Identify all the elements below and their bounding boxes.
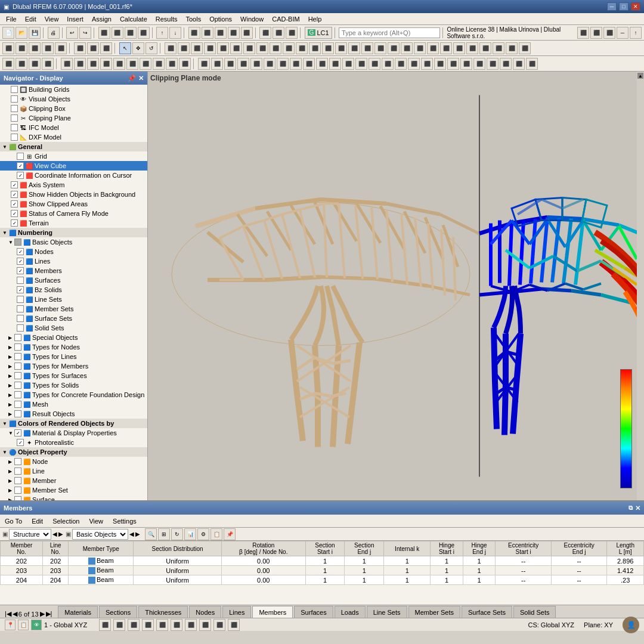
t2-btn16[interactable]: ⬛ [256, 42, 268, 54]
t2-btn7[interactable]: ⬛ [87, 42, 99, 54]
tb1-right5[interactable]: ↑ [630, 27, 642, 39]
t3-btn21[interactable]: ⬛ [277, 58, 289, 70]
t3-btn16[interactable]: ⬛ [211, 58, 223, 70]
tab-loads[interactable]: Loads [335, 606, 366, 618]
t3-btn4[interactable]: ⬛ [42, 58, 54, 70]
tb1-right2[interactable]: ⬛ [590, 27, 602, 39]
tab-line-sets[interactable]: Line Sets [367, 606, 407, 618]
menu-assign[interactable]: Assign [88, 15, 115, 23]
t3-btn8[interactable]: ⬛ [100, 58, 112, 70]
st-btn10[interactable]: ⬛ [228, 619, 240, 631]
print-btn[interactable]: 🖨 [48, 27, 60, 39]
t3-btn20[interactable]: ⬛ [264, 58, 275, 70]
tb1-btn14[interactable]: ⬛ [259, 27, 271, 39]
tb1-btn9[interactable]: ⬛ [188, 27, 200, 39]
tab-surface-sets[interactable]: Surface Sets [462, 606, 512, 618]
t2-btn21[interactable]: ⬛ [322, 42, 334, 54]
t2-btn28[interactable]: ⬛ [414, 42, 426, 54]
nav-surface-sets[interactable]: 🟦 Surface Sets [0, 314, 147, 323]
menu-help[interactable]: Help [305, 15, 326, 23]
nav-material-display[interactable]: ▼ 🟦 Material & Display Properties [0, 428, 147, 438]
members-header-controls[interactable]: ⧉ ✕ [628, 504, 640, 512]
edit-menu[interactable]: Edit [29, 516, 45, 526]
t3-btn12[interactable]: ⬛ [153, 58, 165, 70]
nav-node-prop[interactable]: ▶ 🟧 Node [0, 457, 147, 466]
t3-btn14[interactable]: ⬛ [179, 58, 191, 70]
status-snap-btn[interactable]: 📍 [5, 620, 16, 630]
t2-btn8[interactable]: ⬛ [100, 42, 112, 54]
nav-photorealistic[interactable]: ✦ Photorealistic [0, 438, 147, 447]
nav-bz-solids[interactable]: 🟦 Bz Solids [0, 285, 147, 295]
t2-btn6[interactable]: ⬛ [74, 42, 86, 54]
t2-btn9[interactable]: ⬛ [165, 42, 177, 54]
tb1-btn6[interactable]: ⬛ [138, 27, 150, 39]
nav-nodes[interactable]: 🟦 Nodes [0, 247, 147, 256]
menu-calculate[interactable]: Calculate [116, 15, 151, 23]
t3-btn31[interactable]: ⬛ [408, 58, 420, 70]
tb1-btn11[interactable]: ⬛ [215, 27, 227, 39]
nav-clipping-box[interactable]: 📦 Clipping Box [0, 104, 147, 113]
t3-btn7[interactable]: ⬛ [87, 58, 99, 70]
nav-line-prop-check[interactable] [14, 467, 21, 475]
t3-btn35[interactable]: ⬛ [460, 58, 472, 70]
nav-types-solids[interactable]: ▶ 🟦 Types for Solids [0, 380, 147, 390]
t3-btn26[interactable]: ⬛ [342, 58, 354, 70]
nav-member-set-prop[interactable]: ▶ 🟧 Member Set [0, 485, 147, 495]
nav-header-controls[interactable]: 📌 ✕ [128, 75, 144, 82]
tab-surfaces[interactable]: Surfaces [294, 606, 333, 618]
nav-coord-check[interactable] [17, 172, 24, 179]
nav-building-grids-check[interactable] [11, 86, 18, 93]
tb1-btn7[interactable]: ↑ [156, 27, 168, 39]
page-next-btn[interactable]: ▶ [40, 610, 45, 618]
t2-btn20[interactable]: ⬛ [309, 42, 321, 54]
t3-btn23[interactable]: ⬛ [303, 58, 315, 70]
nav-mesh-check[interactable] [14, 401, 21, 408]
nav-surface-prop-check[interactable] [14, 496, 21, 500]
nav-building-grids[interactable]: 🔲 Building Grids [0, 85, 147, 94]
nav-visual-objects-check[interactable] [11, 95, 18, 103]
t3-btn28[interactable]: ⬛ [369, 58, 380, 70]
nav-types-concrete[interactable]: ▶ 🟦 Types for Concrete Foundation Design [0, 390, 147, 400]
nav-solid-sets[interactable]: 🟦 Solid Sets [0, 323, 147, 333]
nav-line-sets-check[interactable] [17, 296, 24, 303]
nav-photo-check[interactable] [17, 439, 24, 446]
t2-btn31[interactable]: ⬛ [453, 42, 465, 54]
t3-btn40[interactable]: ⬛ [526, 58, 538, 70]
nav-result-objects[interactable]: ▶ 🟦 Result Objects [0, 409, 147, 419]
nav-camera-fly[interactable]: 🟥 Status of Camera Fly Mode [0, 209, 147, 218]
nav-types-members-check[interactable] [14, 363, 21, 370]
t3-btn19[interactable]: ⬛ [250, 58, 262, 70]
tab-solid-sets[interactable]: Solid Sets [513, 606, 556, 618]
nav-camera-check[interactable] [11, 210, 18, 217]
col-member-type[interactable]: Member Type [69, 541, 134, 556]
tab-nodes[interactable]: Nodes [189, 606, 221, 618]
t2-btn5[interactable]: ⬛ [55, 42, 67, 54]
table-settings-btn[interactable]: ⚙ [197, 528, 209, 540]
menu-tools[interactable]: Tools [182, 15, 205, 23]
selection-menu[interactable]: Selection [50, 516, 82, 526]
st-btn1[interactable]: ⬛ [99, 619, 111, 631]
t3-btn5[interactable]: ⬛ [61, 58, 73, 70]
nav-material-check[interactable] [14, 429, 21, 436]
col-rotation[interactable]: Rotationβ [deg] / Node No. [222, 541, 305, 556]
status-vis-btn[interactable]: 👁 [31, 620, 42, 630]
st-btn4[interactable]: ⬛ [142, 619, 154, 631]
nav-dxf-check[interactable] [11, 134, 18, 141]
tb1-btn15[interactable]: ⬛ [273, 27, 284, 39]
page-last-btn[interactable]: ▶| [46, 610, 52, 618]
table-search-btn[interactable]: 🔍 [145, 528, 157, 540]
nav-view-cube[interactable]: 🟥 View Cube [0, 161, 147, 171]
tb1-btn8[interactable]: ↓ [169, 27, 181, 39]
col-section-start[interactable]: SectionStart i [305, 541, 345, 556]
t2-btn36[interactable]: ⬛ [519, 42, 531, 54]
col-internal-k[interactable]: Internal k [384, 541, 431, 556]
t3-btn29[interactable]: ⬛ [382, 58, 394, 70]
menu-results[interactable]: Results [152, 15, 181, 23]
goto-menu[interactable]: Go To [2, 516, 24, 526]
t2-btn10[interactable]: ⬛ [178, 42, 190, 54]
nav-ifc-check[interactable] [11, 124, 18, 131]
nav-line-prop[interactable]: ▶ 🟧 Line [0, 466, 147, 476]
t2-btn29[interactable]: ⬛ [427, 42, 439, 54]
tb1-btn3[interactable]: ⬛ [98, 27, 110, 39]
t3-btn13[interactable]: ⬛ [166, 58, 178, 70]
